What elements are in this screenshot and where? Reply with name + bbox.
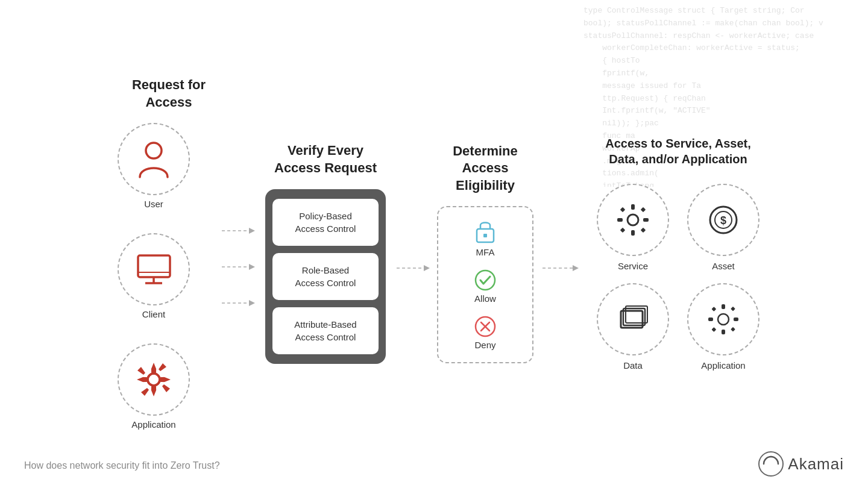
svg-rect-50 — [734, 318, 738, 321]
mfa-icon — [474, 219, 496, 245]
asset-label: Asset — [712, 261, 735, 271]
allow-icon — [474, 269, 496, 291]
arrow-app-verify — [222, 298, 255, 310]
data-circle — [597, 283, 669, 355]
deny-item: Deny — [474, 316, 496, 350]
output-asset: $ Asset — [687, 184, 760, 271]
svg-rect-51 — [711, 307, 716, 311]
col2-title: Verify EveryAccess Request — [274, 142, 377, 177]
application-circle — [118, 343, 190, 416]
data-label: Data — [623, 360, 643, 371]
svg-rect-33 — [631, 230, 635, 236]
verify-box: Policy-BasedAccess Control Role-BasedAcc… — [265, 189, 386, 364]
arrow-eligibility-output — [539, 233, 582, 273]
col-request: Request for Access User — [93, 77, 220, 430]
svg-rect-32 — [631, 204, 635, 210]
role-based-item: Role-BasedAccess Control — [272, 253, 379, 300]
mfa-item: MFA — [474, 219, 496, 257]
svg-marker-16 — [249, 228, 255, 234]
svg-point-55 — [759, 452, 783, 476]
service-icon — [615, 202, 651, 238]
col1-title: Request for Access — [118, 77, 220, 111]
akamai-logo: Akamai — [758, 451, 844, 477]
output-data: Data — [597, 283, 669, 371]
asset-circle: $ — [687, 184, 760, 256]
data-icon — [615, 301, 651, 337]
svg-rect-36 — [620, 207, 625, 212]
output-service: Service — [597, 184, 669, 271]
requestor-user: User — [118, 123, 190, 209]
svg-marker-18 — [249, 264, 255, 270]
svg-rect-38 — [620, 228, 625, 233]
svg-rect-53 — [711, 327, 716, 332]
requestor-client: Client — [118, 233, 190, 319]
col-output: Access to Service, Asset,Data, and/or Ap… — [582, 136, 775, 371]
svg-rect-39 — [641, 228, 646, 233]
requestor-app-icon — [134, 360, 174, 399]
service-label: Service — [618, 261, 648, 271]
client-icon — [134, 253, 174, 286]
svg-text:$: $ — [720, 214, 726, 227]
col3-title: DetermineAccess Eligibility — [431, 143, 539, 195]
svg-point-6 — [148, 374, 160, 386]
arrow-user-verify — [222, 226, 255, 238]
akamai-logo-text: Akamai — [788, 455, 844, 474]
allow-label: Allow — [474, 293, 496, 304]
svg-point-0 — [146, 143, 162, 158]
service-circle — [597, 184, 669, 256]
svg-rect-34 — [617, 218, 623, 222]
col-eligibility: DetermineAccess Eligibility MFA Allow — [431, 143, 539, 364]
mfa-label: MFA — [476, 247, 495, 257]
attribute-based-item: Attribute-BasedAccess Control — [272, 307, 379, 354]
svg-rect-35 — [643, 218, 649, 222]
svg-rect-48 — [722, 330, 725, 334]
output-app-label: Application — [701, 360, 745, 371]
output-application: Application — [687, 283, 760, 371]
svg-rect-1 — [138, 255, 170, 277]
user-label: User — [144, 199, 163, 209]
arrow-client-verify — [222, 262, 255, 274]
client-circle — [118, 233, 190, 305]
col-verify: Verify EveryAccess Request Policy-BasedA… — [256, 142, 395, 363]
svg-rect-24 — [483, 234, 487, 237]
svg-rect-47 — [722, 304, 725, 309]
col4-title: Access to Service, Asset,Data, and/or Ap… — [605, 136, 751, 167]
application-label: Application — [131, 419, 175, 430]
requestors-list: User Client — [118, 123, 190, 430]
bottom-text: How does network security fit into Zero … — [24, 460, 220, 471]
user-circle — [118, 123, 190, 195]
svg-point-25 — [476, 271, 495, 290]
policy-based-item: Policy-BasedAccess Control — [272, 199, 379, 246]
akamai-logo-icon — [758, 451, 784, 477]
svg-rect-49 — [708, 318, 713, 321]
main-diagram: Request for Access User — [0, 48, 868, 458]
svg-marker-30 — [573, 265, 579, 271]
svg-rect-37 — [641, 207, 646, 212]
output-app-circle — [687, 283, 760, 355]
deny-icon — [474, 316, 496, 337]
svg-point-31 — [627, 214, 638, 225]
svg-rect-52 — [731, 307, 735, 311]
output-grid: Service $ Asset — [597, 184, 760, 371]
svg-point-46 — [718, 314, 729, 325]
user-icon — [137, 140, 171, 179]
arrows-col1-col2 — [220, 196, 256, 310]
arrow-verify-eligibility — [395, 233, 431, 273]
asset-icon: $ — [705, 202, 741, 238]
eligibility-box: MFA Allow Deny — [437, 206, 533, 363]
output-app-icon — [705, 301, 741, 337]
svg-rect-54 — [731, 327, 735, 332]
svg-marker-22 — [424, 265, 430, 271]
svg-marker-20 — [249, 300, 255, 306]
allow-item: Allow — [474, 269, 496, 304]
client-label: Client — [142, 309, 165, 319]
requestor-application: Application — [118, 343, 190, 430]
deny-label: Deny — [474, 340, 495, 350]
